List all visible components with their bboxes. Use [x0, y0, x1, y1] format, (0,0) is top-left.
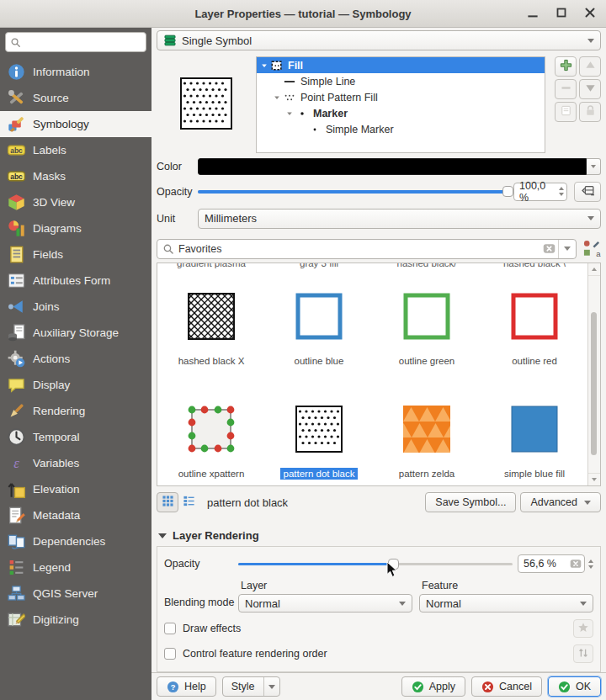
- style-menu-button[interactable]: Style: [222, 676, 280, 697]
- symbol-layer-simple-line[interactable]: Simple Line: [257, 73, 545, 89]
- rendering-order-button[interactable]: [573, 644, 593, 663]
- help-button[interactable]: ?Help: [157, 676, 216, 697]
- style-manager-button[interactable]: a: [582, 240, 601, 258]
- lock-colors-button[interactable]: [579, 102, 601, 122]
- scroll-up-button[interactable]: [588, 263, 600, 276]
- renderer-select[interactable]: Single Symbol: [157, 30, 601, 50]
- style-filter-field[interactable]: Favorites: [157, 239, 577, 259]
- star-icon: [577, 622, 589, 636]
- sidebar-item-fields[interactable]: Fields: [0, 241, 152, 268]
- sidebar-item-diagrams[interactable]: Diagrams: [0, 215, 152, 241]
- spin-up-icon[interactable]: [588, 559, 593, 563]
- pattern-dot-black-swatch: [295, 406, 343, 453]
- apply-button[interactable]: Apply: [401, 676, 465, 697]
- sidebar-item-display[interactable]: Display: [0, 372, 152, 398]
- spin-down-icon[interactable]: [559, 193, 564, 196]
- reset-opacity-button[interactable]: [570, 558, 582, 570]
- blending-mode-label: Blending mode: [164, 597, 238, 608]
- spinner-arrows[interactable]: [588, 559, 593, 569]
- sidebar-item-auxiliary-storage[interactable]: Auxiliary Storage: [0, 320, 152, 346]
- sidebar-item-metadata[interactable]: Metadata: [0, 502, 152, 528]
- sidebar-item-elevation[interactable]: Elevation: [0, 476, 152, 502]
- expander-icon[interactable]: [258, 61, 270, 70]
- close-button[interactable]: [582, 6, 598, 21]
- style-symbol-outline-xpattern[interactable]: outline xpattern: [157, 384, 265, 486]
- sidebar-item-actions[interactable]: Actions: [0, 346, 152, 372]
- sidebar-item-joins[interactable]: Joins: [0, 294, 152, 320]
- spin-down-icon[interactable]: [588, 565, 593, 569]
- sidebar-item-variables[interactable]: εVariables: [0, 450, 152, 476]
- expander-icon[interactable]: [284, 109, 295, 118]
- symbol-layer-label: Point Pattern Fill: [300, 92, 378, 103]
- style-symbol-simple-blue-fill[interactable]: simple blue fill: [481, 384, 588, 486]
- spinner-arrows[interactable]: [556, 187, 564, 196]
- style-symbol-outline-red[interactable]: outline red: [481, 271, 588, 384]
- ok-check-icon: [558, 681, 571, 693]
- layer-blend-select[interactable]: Normal: [238, 594, 412, 612]
- symbol-layer-point-pattern-fill[interactable]: Point Pattern Fill: [257, 89, 545, 105]
- remove-symbol-layer-button[interactable]: [555, 79, 577, 99]
- sidebar-item-symbology[interactable]: Symbology: [0, 111, 152, 137]
- save-symbol-button[interactable]: Save Symbol...: [425, 492, 516, 512]
- expander-icon[interactable]: [271, 93, 283, 102]
- feature-blend-select[interactable]: Normal: [419, 594, 593, 612]
- sidebar-item-labels[interactable]: abcLabels: [0, 137, 152, 163]
- color-swatch-button[interactable]: [198, 158, 587, 175]
- layer-opacity-spinbox[interactable]: 56,6 %: [518, 554, 585, 573]
- symbol-opacity-slider[interactable]: [198, 184, 508, 199]
- sidebar-item-masks[interactable]: abcMasks: [0, 163, 152, 189]
- filter-dropdown-button[interactable]: [558, 240, 576, 258]
- ok-button[interactable]: OK: [548, 676, 601, 697]
- style-symbol-hashed-black-x[interactable]: hashed black X: [157, 271, 265, 384]
- symbol-layer-fill[interactable]: Fill: [257, 57, 545, 73]
- sidebar-search-input[interactable]: [24, 35, 141, 50]
- style-symbol-outline-green[interactable]: outline green: [373, 271, 481, 384]
- effects-options-button[interactable]: [573, 619, 593, 638]
- spin-up-icon[interactable]: [559, 187, 564, 190]
- sidebar-item-dependencies[interactable]: Dependencies: [0, 528, 152, 554]
- data-defined-override-button[interactable]: [574, 182, 601, 202]
- icon-view-button[interactable]: [157, 492, 178, 512]
- draw-effects-checkbox[interactable]: [164, 623, 176, 634]
- maximize-button[interactable]: [554, 6, 569, 21]
- layer-opacity-slider[interactable]: [238, 556, 513, 571]
- color-dropdown-button[interactable]: [587, 158, 601, 175]
- sidebar-item-digitizing[interactable]: Digitizing: [0, 607, 152, 633]
- sidebar-item-source[interactable]: Source: [0, 85, 152, 111]
- add-symbol-layer-button[interactable]: [555, 56, 577, 77]
- symbol-layer-simple-marker[interactable]: Simple Marker: [257, 121, 545, 137]
- unit-select[interactable]: Millimeters: [198, 209, 601, 229]
- style-symbol-outline-blue[interactable]: outline blue: [265, 271, 373, 384]
- advanced-button[interactable]: Advanced: [520, 492, 601, 512]
- style-symbol-pattern-zelda[interactable]: pattern zelda: [373, 384, 481, 486]
- scrollbar-thumb[interactable]: [591, 312, 597, 455]
- sidebar-search[interactable]: [5, 32, 146, 52]
- cancel-button[interactable]: Cancel: [471, 676, 542, 697]
- sidebar-item-temporal[interactable]: Temporal: [0, 424, 152, 450]
- style-dropdown-button[interactable]: [264, 685, 279, 689]
- sidebar-item-qgis-server[interactable]: QGIS Server: [0, 581, 152, 607]
- move-down-button[interactable]: [579, 79, 601, 99]
- titlebar[interactable]: Layer Properties — tutorial — Symbology: [0, 0, 606, 28]
- control-rendering-order-checkbox[interactable]: [164, 648, 176, 660]
- list-view-button[interactable]: [178, 493, 199, 512]
- sidebar-item-rendering[interactable]: Rendering: [0, 398, 152, 424]
- duplicate-layer-button[interactable]: [555, 102, 577, 122]
- symbol-layer-marker[interactable]: Marker: [257, 105, 545, 121]
- style-symbol-pattern-dot-black[interactable]: pattern dot black: [265, 384, 373, 486]
- slider-handle[interactable]: [388, 559, 399, 570]
- clear-filter-button[interactable]: [540, 242, 558, 255]
- sidebar-item-information[interactable]: Information: [0, 59, 152, 85]
- minimize-button[interactable]: [525, 6, 540, 21]
- sidebar-item-label: Metadata: [33, 509, 80, 522]
- color-label: Color: [157, 161, 198, 172]
- sidebar-item-legend[interactable]: Legend: [0, 554, 152, 581]
- move-up-button[interactable]: [579, 56, 601, 77]
- scroll-down-button[interactable]: [588, 473, 600, 485]
- layer-rendering-header[interactable]: Layer Rendering: [158, 529, 599, 542]
- grid-scrollbar[interactable]: [587, 263, 600, 485]
- symbol-opacity-spinbox[interactable]: 100,0 %: [513, 183, 567, 201]
- sidebar-item-attributes-form[interactable]: Attributes Form: [0, 268, 152, 294]
- slider-handle[interactable]: [502, 186, 513, 197]
- sidebar-item-3d-view[interactable]: 3D View: [0, 189, 152, 215]
